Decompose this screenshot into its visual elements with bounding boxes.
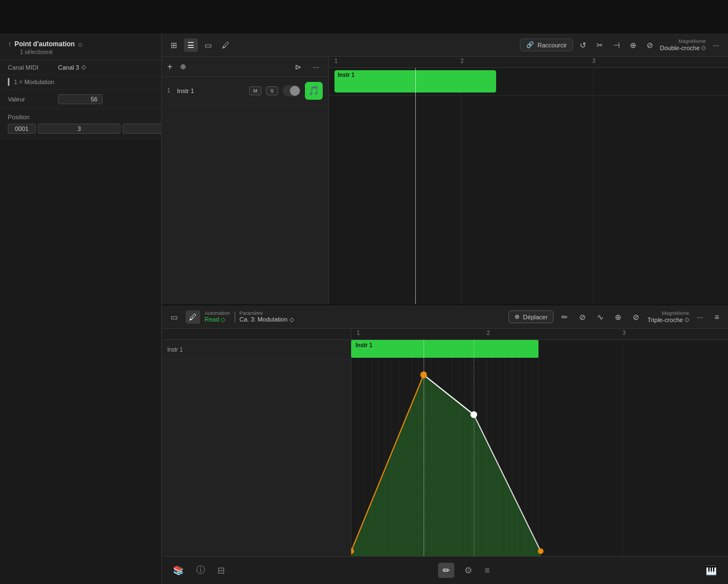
ruler-mark-2: 2 [460,58,464,64]
duplicate-track-btn[interactable]: ⊕ [177,60,190,73]
auto-mode-label: Automation [205,311,230,316]
layout-btn[interactable]: ⊟ [215,563,227,578]
track-block-1[interactable]: Instr 1 [334,70,496,93]
track-area: + ⊕ ⊳ ··· 1 Instr 1 M S 🎵 [162,57,728,304]
modulation-label: 1 = Modulation [14,79,54,85]
position-row: Position [0,109,161,139]
right-content: ⊞ ☰ ▭ 🖊 🔗 Raccourcir ↺ ✂ ⊣ ⊕ ⊘ Magnétism… [162,33,728,584]
auto-track-row-1: Instr 1 [162,340,351,360]
auto-track-header: Instr 1 [162,329,351,556]
top-bar [0,0,728,33]
copy-btn[interactable]: ⊕ [627,38,640,52]
more-btn[interactable]: ··· [709,38,722,52]
modulation-bar [8,78,9,86]
param-chevron-icon: ◇ [289,316,294,323]
up-arrow-icon: ↑ [8,40,11,48]
raccourcir-btn[interactable]: 🔗 Raccourcir [520,38,573,51]
track-instrument-btn[interactable]: 🎵 [305,82,323,100]
deplacer-btn[interactable]: ⊕ Déplacer [508,310,554,323]
valeur-input[interactable] [58,94,103,104]
add-track-btn[interactable]: + [167,62,172,71]
param-value[interactable]: Ca. 3: Modulation ◇ [240,316,294,323]
track-name: Instr 1 [177,87,245,94]
track-block-label: Instr 1 [338,72,355,78]
auto-track-header-ruler [162,329,351,340]
magnetisme-value[interactable]: Double-croche ◇ [660,44,706,51]
solo-btn[interactable]: S [266,86,278,95]
auto-grid-line-3 [623,340,623,556]
ruler-mark-3: 3 [593,58,596,64]
auto-canvas: Instr 1 [351,340,728,556]
paste-btn[interactable]: ⊘ [643,38,657,52]
auto-copy2-btn[interactable]: ⊕ [611,310,625,324]
left-panel-bottom [0,139,161,584]
valeur-label: Valeur [8,96,58,103]
valeur-row: Valeur [0,90,161,109]
magnetisme-area: Magnétisme Double-croche ◇ [660,38,706,51]
param-top-label: Paramètre [240,311,294,316]
track-row: 1 Instr 1 M S 🎵 [162,77,328,105]
bottom-bar: 📚 ⓘ ⊟ ✏ ⚙ ≡ 🎹 [162,556,728,584]
panel-subtitle: 1 sélectionné [20,49,153,55]
chevron-icon: ◇ [78,41,82,47]
pos-input-1[interactable] [8,124,36,134]
library-btn[interactable]: 📚 [171,563,186,578]
main-layout: ↑ Point d'automation ◇ 1 sélectionné Can… [0,33,728,584]
auto-more-btn[interactable]: ··· [693,310,707,324]
auto-track-label: Instr 1 [167,347,183,353]
upper-toolbar: ⊞ ☰ ▭ 🖊 🔗 Raccourcir ↺ ✂ ⊣ ⊕ ⊘ Magnétism… [162,33,728,57]
auto-brush-btn[interactable]: ⊘ [576,310,589,324]
left-panel-top: ↑ Point d'automation ◇ 1 sélectionné [0,33,161,60]
pos-input-2[interactable] [38,124,120,134]
pen-tool-btn[interactable]: 🖊 [219,38,233,52]
scissors-btn[interactable]: ✂ [593,38,606,52]
piano-btn[interactable]: 🎹 [703,563,719,578]
upper-section: ⊞ ☰ ▭ 🖊 🔗 Raccourcir ↺ ✂ ⊣ ⊕ ⊘ Magnétism… [162,33,728,305]
track-lane-1: Instr 1 [329,68,728,96]
position-inputs [8,124,153,134]
auto-green-block: Instr 1 [351,340,538,358]
canal-midi-label: Canal MIDI [8,64,58,71]
square-view-btn[interactable]: ▭ [201,38,215,52]
ruler-mark-1: 1 [334,58,338,64]
grid-view-btn[interactable]: ⊞ [167,38,181,52]
auto-mode-value[interactable]: Read ◇ [205,316,225,323]
split-btn[interactable]: ⊣ [610,38,623,52]
auto-green-block-label: Instr 1 [356,342,372,348]
list-view-btn[interactable]: ☰ [184,38,198,52]
auto-ruler-mark-1: 1 [357,330,360,336]
svg-point-10 [470,411,477,418]
auto-pencil-btn[interactable]: ✏ [558,310,571,324]
svg-point-11 [538,548,543,554]
auto-minus-btn[interactable]: ≡ [711,310,722,324]
svg-point-9 [420,372,427,378]
timeline-tracks: Instr 1 [329,68,728,304]
canal-midi-value[interactable]: Canal 3 ◇ [58,64,86,71]
magnetisme-label: Magnétisme [678,38,706,44]
separator-line [235,312,235,323]
more-track-btn[interactable]: ··· [309,60,323,74]
track-header-toolbar: + ⊕ ⊳ ··· [162,57,328,77]
mag-chevron-icon: ◇ [701,44,706,51]
panel-title: Point d'automation [14,40,75,48]
expand-track-btn[interactable]: ⊳ [292,60,305,74]
bottom-gear-btn[interactable]: ⚙ [462,563,474,578]
mute-btn[interactable]: M [249,86,261,95]
volume-knob[interactable] [283,85,300,96]
loop-btn[interactable]: ↺ [576,38,590,52]
info-btn[interactable]: ⓘ [194,562,207,578]
auto-square-btn[interactable]: ▭ [167,310,181,324]
bottom-sliders-btn[interactable]: ≡ [482,563,492,578]
auto-content: Instr 1 1 2 3 [162,329,728,556]
auto-pen-btn[interactable]: 🖊 [186,310,200,324]
canal-chevron-icon: ◇ [81,64,86,71]
auto-curve-btn[interactable]: ∿ [594,310,607,324]
left-panel: ↑ Point d'automation ◇ 1 sélectionné Can… [0,33,162,584]
auto-mag-value[interactable]: Triple-croche ◇ [647,316,689,323]
auto-ruler-mark-3: 3 [623,330,626,336]
deplacer-label: Déplacer [523,314,547,320]
auto-magnetisme-area: Magnétisme Triple-croche ◇ [647,310,689,323]
grid-line-2 [460,68,461,304]
pencil-active-btn[interactable]: ✏ [438,563,454,578]
auto-paste2-btn[interactable]: ⊘ [629,310,643,324]
